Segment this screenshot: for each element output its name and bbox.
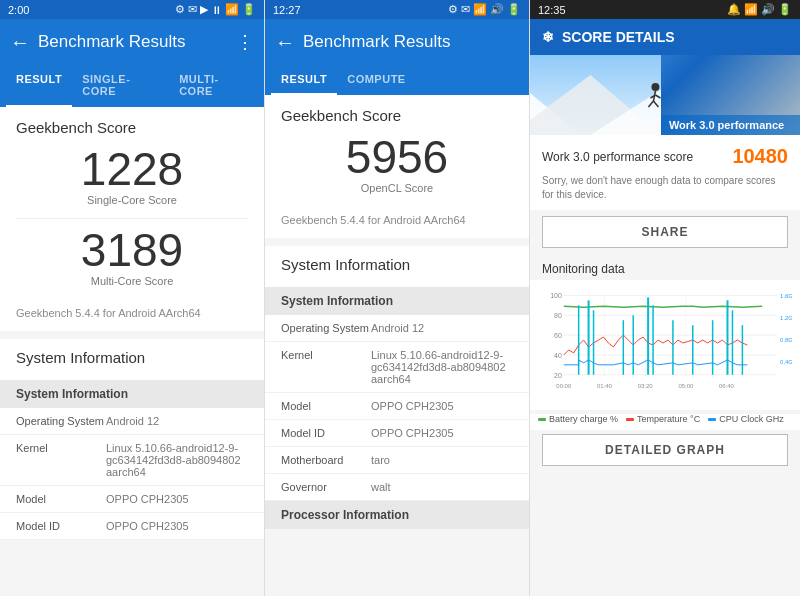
- table-row: Governor walt: [265, 474, 529, 501]
- hero-overlay: Work 3.0 performance: [661, 115, 800, 135]
- tab-result-mid[interactable]: RESULT: [271, 65, 337, 95]
- svg-text:80: 80: [554, 312, 562, 319]
- tab-multi-core[interactable]: MULTI-CORE: [169, 65, 258, 107]
- status-bar-mid: 12:27 ⚙ ✉ 📶 🔊 🔋: [265, 0, 529, 19]
- time-right: 12:35: [538, 4, 566, 16]
- geekbench-version-left: Geekbench 5.4.4 for Android AArch64: [16, 299, 248, 319]
- score-section-mid: Geekbench Score 5956 OpenCL Score Geekbe…: [265, 95, 529, 238]
- table-row: Model OPPO CPH2305: [265, 393, 529, 420]
- work-score-row: Work 3.0 performance score 10480: [530, 135, 800, 174]
- sys-section-title-mid: System Information: [265, 246, 529, 277]
- opencl-score: 5956: [281, 134, 513, 180]
- processor-info-header: Processor Information: [265, 501, 529, 529]
- time-mid: 12:27: [273, 4, 301, 16]
- single-core-label: Single-Core Score: [16, 194, 248, 206]
- detailed-graph-button[interactable]: DETAILED GRAPH: [542, 434, 788, 466]
- tabs-left: RESULT SINGLE-CORE MULTI-CORE: [0, 65, 264, 107]
- sys-info-mid: System Information System Information Op…: [265, 246, 529, 529]
- battery-legend-label: Battery charge %: [549, 414, 618, 424]
- legend-battery: Battery charge %: [538, 414, 618, 424]
- score-details-header: ❄ SCORE DETAILS: [530, 19, 800, 55]
- panel-right: 12:35 🔔 📶 🔊 🔋 ❄ SCORE DETAILS: [530, 0, 800, 596]
- score-section-left: Geekbench Score 1228 Single-Core Score 3…: [0, 107, 264, 331]
- table-row: Kernel Linux 5.10.66-android12-9-gc63414…: [265, 342, 529, 393]
- work-score-value: 10480: [732, 145, 788, 168]
- svg-text:20: 20: [554, 372, 562, 379]
- battery-legend-dot: [538, 418, 546, 421]
- svg-text:00:00: 00:00: [556, 383, 572, 389]
- svg-text:60: 60: [554, 332, 562, 339]
- svg-text:01:40: 01:40: [597, 383, 613, 389]
- table-row: Model ID OPPO CPH2305: [0, 513, 264, 540]
- svg-text:0.8GHz: 0.8GHz: [780, 337, 792, 343]
- monitoring-chart: 100 80 60 40 20 1.6GHz 1.2GHz 0.8GHz 0.4…: [530, 280, 800, 410]
- share-button[interactable]: SHARE: [542, 216, 788, 248]
- svg-text:0.4GHz: 0.4GHz: [780, 359, 792, 365]
- status-icons-left: ⚙ ✉ ▶ ⏸ 📶 🔋: [175, 3, 256, 16]
- table-row: Operating System Android 12: [265, 315, 529, 342]
- svg-point-4: [651, 83, 659, 91]
- svg-text:40: 40: [554, 352, 562, 359]
- back-button-left[interactable]: ←: [10, 31, 30, 54]
- sys-info-header-mid: System Information: [265, 287, 529, 315]
- chart-svg: 100 80 60 40 20 1.6GHz 1.2GHz 0.8GHz 0.4…: [534, 284, 792, 406]
- temp-legend-label: Temperature °C: [637, 414, 700, 424]
- top-bar-title-mid: Benchmark Results: [303, 32, 519, 52]
- status-icons-mid: ⚙ ✉ 📶 🔊 🔋: [448, 3, 521, 16]
- status-bar-left: 2:00 ⚙ ✉ ▶ ⏸ 📶 🔋: [0, 0, 264, 19]
- svg-text:05:00: 05:00: [678, 383, 694, 389]
- tabs-mid: RESULT COMPUTE: [265, 65, 529, 95]
- work-score-container: Work 3.0 performance score 10480 Sorry, …: [530, 135, 800, 210]
- geekbench-title-mid: Geekbench Score: [281, 107, 513, 124]
- svg-text:1.2GHz: 1.2GHz: [780, 315, 792, 321]
- sys-info-header-left: System Information: [0, 380, 264, 408]
- legend-cpu: CPU Clock GHz: [708, 414, 784, 424]
- cpu-legend-label: CPU Clock GHz: [719, 414, 784, 424]
- svg-text:03:20: 03:20: [638, 383, 654, 389]
- table-row: Kernel Linux 5.10.66-android12-9-gc63414…: [0, 435, 264, 486]
- table-row: Operating System Android 12: [0, 408, 264, 435]
- table-row: Model OPPO CPH2305: [0, 486, 264, 513]
- score-details-title: SCORE DETAILS: [562, 29, 675, 45]
- status-bar-right: 12:35 🔔 📶 🔊 🔋: [530, 0, 800, 19]
- multi-core-score: 3189: [16, 227, 248, 273]
- sys-info-left: System Information System Information Op…: [0, 339, 264, 540]
- content-left: Geekbench Score 1228 Single-Core Score 3…: [0, 107, 264, 596]
- tab-result-left[interactable]: RESULT: [6, 65, 72, 107]
- time-left: 2:00: [8, 4, 29, 16]
- top-bar-mid: ← Benchmark Results: [265, 19, 529, 65]
- panel-left: 2:00 ⚙ ✉ ▶ ⏸ 📶 🔋 ← Benchmark Results ⋮ R…: [0, 0, 265, 596]
- content-mid: Geekbench Score 5956 OpenCL Score Geekbe…: [265, 95, 529, 596]
- top-bar-left: ← Benchmark Results ⋮: [0, 19, 264, 65]
- work-score-note: Sorry, we don't have enough data to comp…: [530, 174, 800, 210]
- chart-legend: Battery charge % Temperature °C CPU Cloc…: [530, 414, 800, 430]
- status-icons-right: 🔔 📶 🔊 🔋: [727, 3, 792, 16]
- svg-text:06:40: 06:40: [719, 383, 735, 389]
- monitoring-title: Monitoring data: [530, 254, 800, 280]
- top-bar-title-left: Benchmark Results: [38, 32, 228, 52]
- cpu-legend-dot: [708, 418, 716, 421]
- hero-svg: [530, 55, 661, 135]
- multi-core-label: Multi-Core Score: [16, 275, 248, 287]
- table-row: Motherboard taro: [265, 447, 529, 474]
- svg-text:1.6GHz: 1.6GHz: [780, 293, 792, 299]
- single-core-score: 1228: [16, 146, 248, 192]
- opencl-label: OpenCL Score: [281, 182, 513, 194]
- tab-compute[interactable]: COMPUTE: [337, 65, 416, 95]
- temp-legend-dot: [626, 418, 634, 421]
- snowflake-icon: ❄: [542, 29, 554, 45]
- work-score-label: Work 3.0 performance score: [542, 150, 693, 164]
- tab-single-core[interactable]: SINGLE-CORE: [72, 65, 169, 107]
- back-button-mid[interactable]: ←: [275, 31, 295, 54]
- legend-temperature: Temperature °C: [626, 414, 700, 424]
- geekbench-title-left: Geekbench Score: [16, 119, 248, 136]
- svg-text:100: 100: [550, 292, 562, 299]
- right-content: Work 3.0 performance Work 3.0 performanc…: [530, 55, 800, 596]
- sys-section-title-left: System Information: [0, 339, 264, 370]
- table-row: Model ID OPPO CPH2305: [265, 420, 529, 447]
- geekbench-version-mid: Geekbench 5.4.4 for Android AArch64: [281, 206, 513, 226]
- panel-mid: 12:27 ⚙ ✉ 📶 🔊 🔋 ← Benchmark Results RESU…: [265, 0, 530, 596]
- hero-image: Work 3.0 performance: [530, 55, 800, 135]
- more-menu-left[interactable]: ⋮: [236, 31, 254, 53]
